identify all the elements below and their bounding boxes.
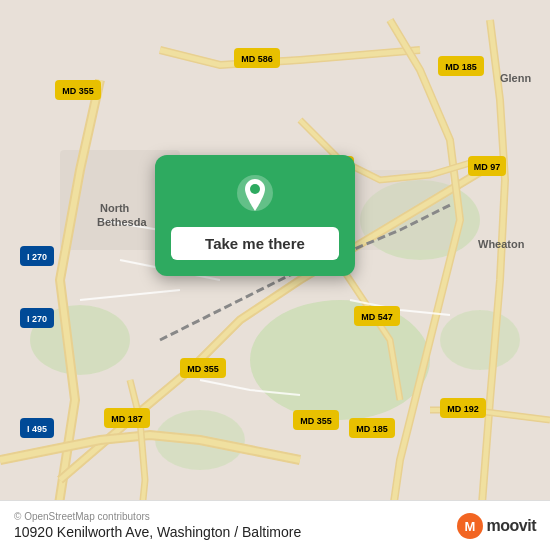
- address-text: 10920 Kenilworth Ave, Washington / Balti…: [14, 524, 301, 540]
- svg-text:MD 355: MD 355: [62, 86, 94, 96]
- svg-text:Bethesda: Bethesda: [97, 216, 147, 228]
- copyright-text: © OpenStreetMap contributors: [14, 511, 301, 522]
- svg-text:MD 185: MD 185: [445, 62, 477, 72]
- map-container: MD 355 MD 586 MD 185 MD 695 MD 97 I 270 …: [0, 0, 550, 550]
- svg-text:M: M: [464, 519, 475, 534]
- svg-text:Wheaton: Wheaton: [478, 238, 525, 250]
- svg-text:I 270: I 270: [27, 252, 47, 262]
- svg-text:MD 547: MD 547: [361, 312, 393, 322]
- take-me-there-button[interactable]: Take me there: [171, 227, 339, 260]
- bottom-bar: © OpenStreetMap contributors 10920 Kenil…: [0, 500, 550, 550]
- svg-text:MD 187: MD 187: [111, 414, 143, 424]
- moovit-icon: M: [457, 513, 483, 539]
- moovit-logo[interactable]: M moovit: [457, 513, 536, 539]
- svg-text:MD 185: MD 185: [356, 424, 388, 434]
- location-pin-icon: [233, 173, 277, 217]
- svg-text:I 495: I 495: [27, 424, 47, 434]
- svg-text:MD 355: MD 355: [300, 416, 332, 426]
- svg-text:MD 355: MD 355: [187, 364, 219, 374]
- svg-point-42: [250, 184, 260, 194]
- svg-text:North: North: [100, 202, 130, 214]
- svg-text:I 270: I 270: [27, 314, 47, 324]
- svg-text:MD 192: MD 192: [447, 404, 479, 414]
- svg-text:MD 97: MD 97: [474, 162, 501, 172]
- location-popup: Take me there: [155, 155, 355, 276]
- svg-text:MD 586: MD 586: [241, 54, 273, 64]
- moovit-wordmark: moovit: [487, 517, 536, 535]
- svg-text:Glenn: Glenn: [500, 72, 531, 84]
- bottom-left: © OpenStreetMap contributors 10920 Kenil…: [14, 511, 301, 540]
- svg-point-1: [250, 300, 430, 420]
- svg-point-5: [440, 310, 520, 370]
